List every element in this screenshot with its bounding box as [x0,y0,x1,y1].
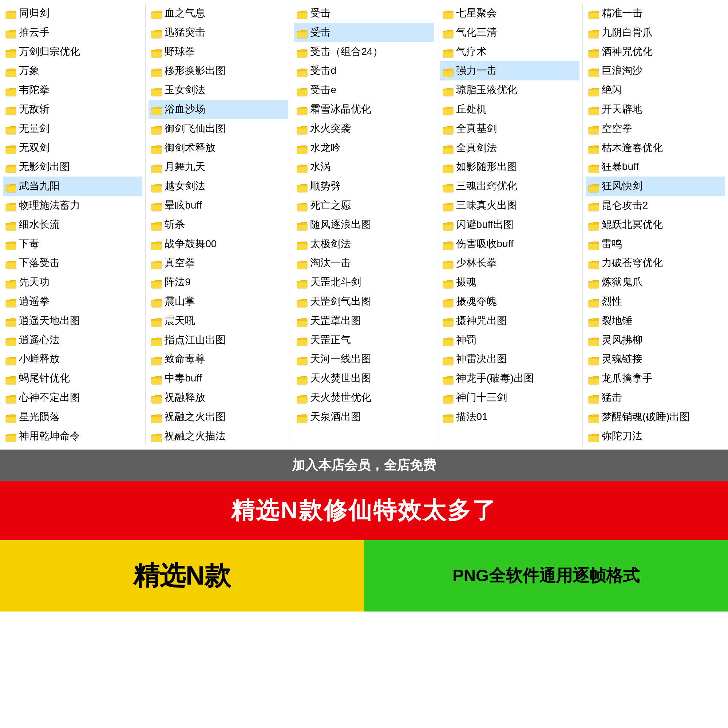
folder-item[interactable]: 武当九阳 [3,177,142,196]
folder-item[interactable]: 受击d [294,61,434,80]
folder-item[interactable]: 阵法9 [148,273,288,292]
folder-item[interactable]: 空空拳 [586,119,725,138]
folder-item[interactable]: 烈性 [586,292,725,311]
folder-item[interactable]: 致命毒尊 [148,349,288,369]
folder-item[interactable]: 神龙手(破毒)出图 [440,369,580,388]
folder-item[interactable]: 逍遥拳 [3,292,142,311]
folder-item[interactable]: 绝闪 [586,80,725,100]
folder-item[interactable]: 丘处机 [440,100,580,119]
folder-item[interactable]: 推云手 [3,23,142,42]
folder-item[interactable]: 七星聚会 [440,4,580,23]
folder-item[interactable]: 移形换影出图 [148,61,288,80]
folder-item[interactable]: 开天辟地 [586,100,725,119]
folder-item[interactable]: 御剑术释放 [148,138,288,158]
folder-item[interactable]: 精准一击 [586,4,725,23]
folder-item[interactable]: 鲲跃北冥优化 [586,215,725,234]
folder-item[interactable]: 天河一线出图 [294,349,434,369]
folder-item[interactable]: 死亡之愿 [294,196,434,215]
folder-item[interactable]: 灵魂链接 [586,349,725,369]
folder-item[interactable]: 指点江山出图 [148,330,288,350]
folder-item[interactable]: 受击（组合24） [294,42,434,61]
folder-item[interactable]: 三味真火出图 [440,196,580,215]
folder-item[interactable]: 天罡正气 [294,330,434,350]
folder-item[interactable]: 下落受击 [3,253,142,273]
folder-item[interactable]: 霜雪冰晶优化 [294,100,434,119]
folder-item[interactable]: 巨浪淘沙 [586,61,725,80]
folder-item[interactable]: 灵风拂柳 [586,330,725,350]
folder-item[interactable]: 迅猛突击 [148,23,288,42]
folder-item[interactable]: 中毒buff [148,369,288,388]
folder-item[interactable]: 先天功 [3,273,142,292]
folder-item[interactable]: 蝎尾针优化 [3,369,142,388]
folder-item[interactable]: 小蝉释放 [3,349,142,369]
folder-item[interactable]: 太极剑法 [294,234,434,254]
folder-item[interactable]: 玉女剑法 [148,80,288,100]
folder-item[interactable]: 随风逐浪出图 [294,215,434,234]
folder-item[interactable]: 少林长拳 [440,253,580,273]
folder-item[interactable]: 心神不定出图 [3,388,142,407]
folder-item[interactable]: 力破苍穹优化 [586,253,725,273]
folder-item[interactable]: 枯木逢春优化 [586,138,725,158]
folder-item[interactable]: 血之气息 [148,4,288,23]
folder-item[interactable]: 受击e [294,80,434,100]
folder-item[interactable]: 震天吼 [148,311,288,330]
folder-item[interactable]: 万象 [3,61,142,80]
folder-item[interactable]: 气疗术 [440,42,580,61]
folder-item[interactable]: 如影随形出图 [440,157,580,177]
folder-item[interactable]: 万剑归宗优化 [3,42,142,61]
folder-item[interactable]: 受击 [294,23,434,42]
folder-item[interactable]: 祝融之火描法 [148,427,288,446]
folder-item[interactable]: 天火焚世优化 [294,388,434,407]
folder-item[interactable]: 受击 [294,4,434,23]
folder-item[interactable]: 琼脂玉液优化 [440,80,580,100]
folder-item[interactable]: 狂暴buff [586,157,725,177]
folder-item[interactable]: 狂风快剑 [586,177,725,196]
folder-item[interactable]: 神门十三剑 [440,388,580,407]
folder-item[interactable]: 水火突袭 [294,119,434,138]
folder-item[interactable]: 龙爪擒拿手 [586,369,725,388]
folder-item[interactable]: 水涡 [294,157,434,177]
folder-item[interactable]: 猛击 [586,388,725,407]
folder-item[interactable]: 无敌斩 [3,100,142,119]
folder-item[interactable]: 战争鼓舞00 [148,234,288,254]
folder-item[interactable]: 炼狱鬼爪 [586,273,725,292]
folder-item[interactable]: 野球拳 [148,42,288,61]
folder-item[interactable]: 祝融释放 [148,388,288,407]
folder-item[interactable]: 浴血沙场 [148,100,288,119]
folder-item[interactable]: 御剑飞仙出图 [148,119,288,138]
folder-item[interactable]: 昆仑攻击2 [586,196,725,215]
folder-item[interactable]: 震山掌 [148,292,288,311]
folder-item[interactable]: 强力一击 [440,61,580,80]
folder-item[interactable]: 祝融之火出图 [148,407,288,427]
folder-item[interactable]: 天火焚世出图 [294,369,434,388]
folder-item[interactable]: 梦醒销魂(破睡)出图 [586,407,725,427]
folder-item[interactable]: 下毒 [3,234,142,254]
folder-item[interactable]: 闪避buff出图 [440,215,580,234]
folder-item[interactable]: 斩杀 [148,215,288,234]
folder-item[interactable]: 真空拳 [148,253,288,273]
folder-item[interactable]: 天罡罩出图 [294,311,434,330]
folder-item[interactable]: 同归剑 [3,4,142,23]
folder-item[interactable]: 细水长流 [3,215,142,234]
folder-item[interactable]: 三魂出窍优化 [440,177,580,196]
folder-item[interactable]: 裂地锤 [586,311,725,330]
folder-item[interactable]: 天罡剑气出图 [294,292,434,311]
folder-item[interactable]: 逍遥天地出图 [3,311,142,330]
folder-item[interactable]: 星光陨落 [3,407,142,427]
folder-item[interactable]: 神罚 [440,330,580,350]
folder-item[interactable]: 神雷决出图 [440,349,580,369]
folder-item[interactable]: 九阴白骨爪 [586,23,725,42]
folder-item[interactable]: 神用乾坤命令 [3,427,142,446]
folder-item[interactable]: 无影剑出图 [3,157,142,177]
folder-item[interactable]: 水龙吟 [294,138,434,158]
folder-item[interactable]: 摄魂 [440,273,580,292]
folder-item[interactable]: 弥陀刀法 [586,427,725,446]
folder-item[interactable]: 摄神咒出图 [440,311,580,330]
folder-item[interactable]: 气化三清 [440,23,580,42]
folder-item[interactable]: 伤害吸收buff [440,234,580,254]
folder-item[interactable]: 逍遥心法 [3,330,142,350]
folder-item[interactable]: 酒神咒优化 [586,42,725,61]
folder-item[interactable]: 描法01 [440,407,580,427]
folder-item[interactable]: 月舞九天 [148,157,288,177]
folder-item[interactable]: 晕眩buff [148,196,288,215]
